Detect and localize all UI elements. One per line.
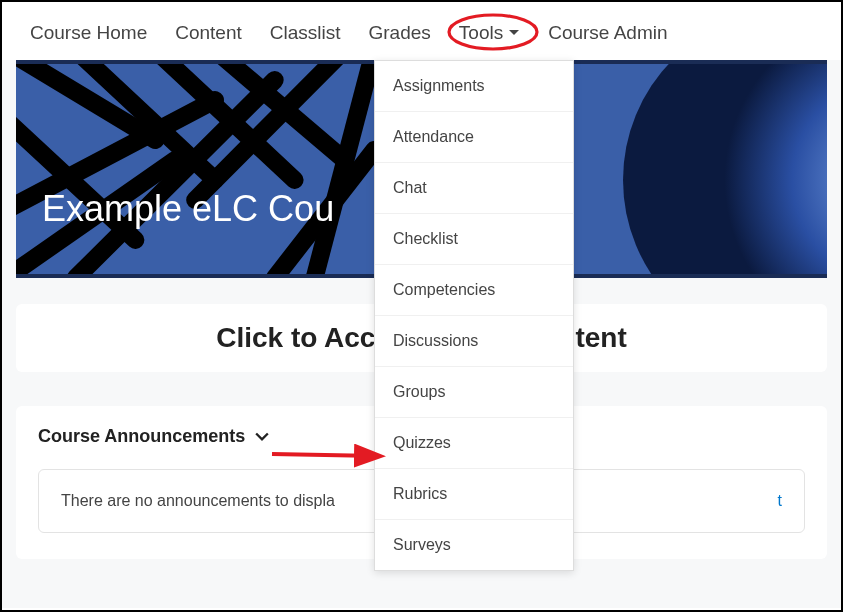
announcements-link-fragment[interactable]: t (778, 492, 782, 510)
nav-grades[interactable]: Grades (365, 20, 435, 46)
announcements-empty-text: There are no announcements to displa (61, 492, 335, 510)
announcements-header-label: Course Announcements (38, 426, 245, 447)
access-heading-left: Click to Acc (216, 322, 375, 353)
chevron-down-icon (508, 27, 520, 39)
chevron-down-icon (255, 430, 269, 444)
course-banner-title: Example eLC Cou (42, 188, 334, 230)
tools-menu-assignments[interactable]: Assignments (375, 61, 573, 112)
tools-menu-quizzes[interactable]: Quizzes (375, 418, 573, 469)
access-heading-right: tent (575, 322, 626, 353)
nav-content[interactable]: Content (171, 20, 246, 46)
tools-menu-attendance[interactable]: Attendance (375, 112, 573, 163)
tools-menu-checklist[interactable]: Checklist (375, 214, 573, 265)
nav-tools[interactable]: Tools (455, 20, 524, 46)
nav-tools-label: Tools (459, 22, 503, 44)
nav-classlist[interactable]: Classlist (266, 20, 345, 46)
svg-point-2 (623, 60, 827, 278)
tools-menu-surveys[interactable]: Surveys (375, 520, 573, 570)
tools-menu-discussions[interactable]: Discussions (375, 316, 573, 367)
course-navbar: Course Home Content Classlist Grades Too… (2, 2, 841, 60)
tools-menu-chat[interactable]: Chat (375, 163, 573, 214)
nav-course-home[interactable]: Course Home (26, 20, 151, 46)
tools-menu-competencies[interactable]: Competencies (375, 265, 573, 316)
tools-dropdown: Assignments Attendance Chat Checklist Co… (374, 60, 574, 571)
nav-course-admin[interactable]: Course Admin (544, 20, 671, 46)
tools-menu-groups[interactable]: Groups (375, 367, 573, 418)
tools-menu-rubrics[interactable]: Rubrics (375, 469, 573, 520)
